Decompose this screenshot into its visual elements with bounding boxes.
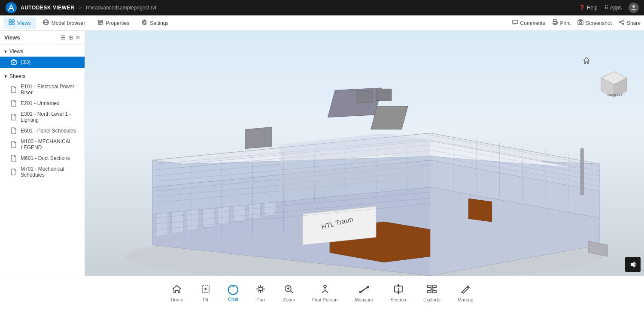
- svg-rect-48: [328, 88, 382, 117]
- sidebar-item-e201[interactable]: E201 - Unnamed: [0, 98, 85, 109]
- svg-point-20: [580, 21, 582, 24]
- sidebar-item-m100[interactable]: M100 - MECHANICAL LEGEND: [0, 136, 85, 153]
- pan-tool-icon: [255, 284, 266, 295]
- bottom-toolbar: Home Fit Orbit Pan: [0, 276, 644, 310]
- screenshot-button[interactable]: Screenshot: [577, 19, 612, 27]
- svg-line-25: [620, 23, 623, 24]
- tool-fit[interactable]: Fit: [192, 281, 219, 306]
- sidebar-close-button[interactable]: ✕: [76, 34, 80, 41]
- chevron-down-icon-sheets: ▾: [4, 73, 7, 79]
- tool-measure-label: Measure: [355, 297, 373, 302]
- sidebar-section-views-header[interactable]: ▾ Views: [0, 46, 85, 57]
- tool-measure[interactable]: Measure: [346, 281, 382, 306]
- sidebar-item-3d[interactable]: {3D}: [0, 57, 85, 68]
- tool-first-person-label: First Person: [312, 297, 337, 302]
- svg-line-131: [430, 289, 432, 290]
- apps-icon: ⠿: [605, 5, 608, 11]
- svg-line-132: [432, 289, 434, 290]
- home-tool-icon: [172, 284, 182, 295]
- sidebar-item-m601[interactable]: M601 - Duct Sections: [0, 153, 85, 164]
- tool-first-person[interactable]: First Person: [304, 281, 346, 306]
- sidebar-item-e601[interactable]: E601 - Panel Schedules: [0, 125, 85, 136]
- sidebar-grid-view-button[interactable]: ⊞: [68, 34, 73, 41]
- 3d-viewer[interactable]: HTL Traun: [85, 31, 644, 276]
- sheet-icon-m701: [10, 169, 17, 175]
- tool-section[interactable]: Section: [382, 281, 415, 306]
- tool-explode-label: Explode: [423, 297, 440, 302]
- tool-markup[interactable]: Markup: [449, 281, 482, 306]
- svg-rect-50: [357, 91, 372, 102]
- share-button[interactable]: Share: [619, 19, 641, 27]
- svg-point-120: [367, 286, 368, 287]
- sidebar-item-m701[interactable]: M701 - Mechanical Schedules: [0, 164, 85, 180]
- sheet-icon-m601: [10, 155, 17, 162]
- sidebar-section-sheets-header[interactable]: ▾ Sheets: [0, 71, 85, 81]
- sheet-icon-e101: [10, 86, 17, 93]
- sidebar-list-view-button[interactable]: ☰: [61, 34, 66, 41]
- help-icon: ❓: [579, 5, 585, 11]
- header-left: AUTODESK VIEWER > rmeadvancedsampleproje…: [5, 2, 156, 14]
- settings-icon: [141, 19, 147, 27]
- tool-home[interactable]: Home: [162, 281, 192, 306]
- help-button[interactable]: ❓ Help: [579, 5, 598, 11]
- tab-settings[interactable]: Settings: [136, 17, 173, 29]
- sidebar-item-m601-label: M601 - Duct Sections: [21, 155, 70, 161]
- tab-properties[interactable]: Properties: [92, 17, 135, 29]
- autodesk-logo-icon: [5, 2, 17, 14]
- svg-rect-51: [376, 89, 392, 100]
- explode-tool-icon: [427, 284, 437, 295]
- fit-tool-icon: [200, 284, 211, 295]
- print-icon: [552, 19, 558, 27]
- svg-marker-124: [398, 292, 399, 294]
- 3d-view-icon: [10, 59, 17, 66]
- tab-model-browser[interactable]: Model browser: [38, 17, 91, 29]
- sidebar-controls: ☰ ⊞ ✕: [61, 34, 80, 41]
- tab-views[interactable]: Views: [3, 17, 36, 29]
- svg-rect-125: [428, 285, 431, 288]
- view-cube[interactable]: BACK LEFT: [597, 65, 627, 95]
- sheet-icon-e201: [10, 100, 17, 107]
- header-separator: >: [79, 5, 82, 11]
- svg-marker-100: [469, 199, 492, 222]
- chevron-down-icon: ▾: [4, 48, 7, 54]
- tab-settings-label: Settings: [150, 20, 168, 26]
- avatar[interactable]: [629, 3, 639, 13]
- views-tab-icon: [9, 19, 15, 27]
- sidebar-item-e301[interactable]: E301 - North Level 1 - Lighting: [0, 109, 85, 125]
- sidebar-item-e101[interactable]: E101 - Electrical Power Riser: [0, 81, 85, 98]
- svg-rect-127: [428, 290, 431, 293]
- svg-point-119: [359, 291, 361, 292]
- sidebar-section-sheets-label: Sheets: [9, 73, 25, 79]
- tool-markup-label: Markup: [458, 297, 474, 302]
- tool-zoom-label: Zoom: [283, 297, 295, 302]
- comments-button[interactable]: Comments: [512, 19, 545, 27]
- tool-orbit[interactable]: Orbit: [219, 281, 247, 305]
- sheet-icon-m100: [10, 141, 17, 148]
- print-button[interactable]: Print: [552, 19, 571, 27]
- tool-fit-label: Fit: [203, 297, 208, 302]
- svg-rect-52: [245, 127, 272, 148]
- svg-point-0: [6, 2, 17, 13]
- model-browser-icon: [43, 19, 49, 27]
- svg-rect-128: [433, 290, 436, 293]
- home-view-button[interactable]: [580, 54, 592, 66]
- tool-pan[interactable]: Pan: [247, 281, 274, 306]
- sidebar-item-e601-label: E601 - Panel Schedules: [21, 128, 76, 134]
- sheet-icon-e301: [10, 114, 17, 120]
- svg-point-13: [143, 21, 145, 23]
- sidebar-item-m100-label: M100 - MECHANICAL LEGEND: [21, 138, 80, 150]
- tab-views-label: Views: [17, 20, 31, 26]
- tool-explode[interactable]: Explode: [415, 281, 449, 306]
- tool-zoom[interactable]: Zoom: [274, 281, 304, 306]
- first-person-tool-icon: [320, 284, 330, 295]
- sidebar-section-views-label: Views: [9, 48, 23, 54]
- sidebar-item-e301-label: E301 - North Level 1 - Lighting: [21, 111, 80, 123]
- feedback-button[interactable]: [625, 257, 641, 272]
- sidebar-panel: Views ☰ ⊞ ✕ ▾ Views: [0, 31, 85, 276]
- svg-point-22: [619, 22, 620, 23]
- comments-icon: [512, 19, 518, 27]
- apps-button[interactable]: ⠿ Apps: [605, 5, 622, 11]
- header-right: ❓ Help ⠿ Apps: [579, 3, 639, 13]
- svg-rect-49: [371, 106, 408, 129]
- app-title: AUTODESK VIEWER: [21, 5, 74, 11]
